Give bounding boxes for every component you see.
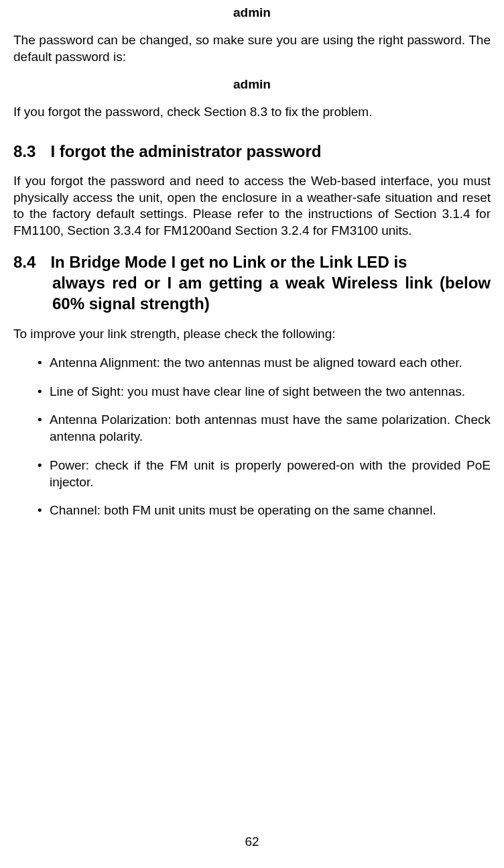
password-change-text: The password can be changed, so make sur… [13,32,491,65]
improvement-list: Antenna Alignment: the two antennas must… [13,355,491,519]
list-item: Antenna Alignment: the two antennas must… [38,355,491,372]
admin-label-1: admin [13,5,491,20]
list-item: Power: check if the FM unit is properly … [38,457,491,490]
section-8-4-number: 8.4 [13,252,36,272]
section-8-3-title: I forgot the administrator password [50,142,321,161]
page-number: 62 [0,834,504,849]
section-8-3-number: 8.3 [13,142,36,161]
forgot-password-ref: If you forgot the password, check Sectio… [13,104,491,121]
section-8-4-intro: To improve your link strength, please ch… [13,326,491,343]
admin-label-2: admin [13,77,491,92]
section-8-4-title-line1: In Bridge Mode I get no Link or the Link… [50,252,407,272]
section-8-3-heading: 8.3 I forgot the administrator password [13,142,491,161]
list-item: Line of Sight: you must have clear line … [38,384,491,400]
list-item: Antenna Polarization: both antennas must… [38,412,491,445]
section-8-4-title-line2: always red or I am getting a weak Wirele… [52,272,491,314]
section-8-4-heading: 8.4 In Bridge Mode I get no Link or the … [13,252,491,315]
list-item: Channel: both FM unit units must be oper… [38,502,491,519]
section-8-3-body: If you forgot the password and need to a… [13,173,491,239]
